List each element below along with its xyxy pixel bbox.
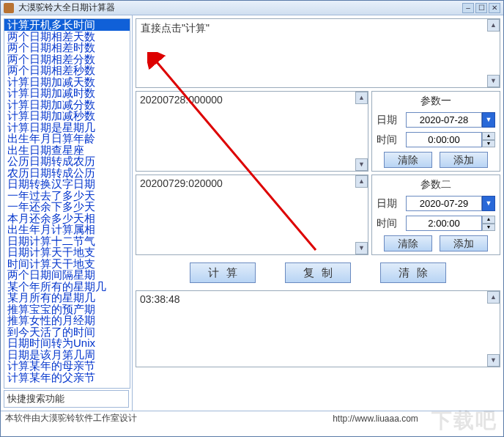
list-item[interactable]: 计算日期加减分数 [4, 99, 130, 111]
param1-clear-button[interactable]: 清除 [384, 152, 432, 168]
maximize-button[interactable]: ☐ [475, 3, 487, 13]
search-input[interactable]: 快捷搜索功能 [4, 390, 129, 408]
list-item[interactable]: 两个日期相差天数 [4, 31, 130, 43]
spin-down-icon[interactable]: ▼ [482, 140, 495, 148]
param2-clear-button[interactable]: 清除 [384, 235, 432, 251]
app-icon [4, 3, 14, 13]
copy-button[interactable]: 复制 [285, 262, 351, 283]
spin-up-icon[interactable]: ▲ [482, 132, 495, 140]
list-item[interactable]: 时间计算天干地支 [4, 258, 130, 270]
list-item[interactable]: 出生日期查星座 [4, 144, 130, 156]
scroll-down-icon[interactable]: ▼ [487, 354, 500, 367]
list-item[interactable]: 一年还余下多少天 [4, 201, 130, 213]
dropdown-icon[interactable]: ▼ [482, 196, 495, 211]
list-item[interactable]: 计算日期加减时数 [4, 87, 130, 99]
window-title: 大漠驼铃大全日期计算器 [18, 1, 462, 14]
status-credit: 本软件由大漠驼铃软件工作室设计 [5, 412, 252, 425]
list-item[interactable]: 日期计算天干地支 [4, 246, 130, 258]
list-item[interactable]: 计算某年的父亲节 [4, 372, 130, 383]
list-item[interactable]: 两个日期相差分数 [4, 54, 130, 65]
list-item[interactable]: 计算开机多长时间 [4, 19, 130, 31]
list-item[interactable]: 日期转换汉字日期 [4, 178, 130, 190]
minimize-button[interactable]: – [462, 3, 474, 13]
list-item[interactable]: 两个日期间隔星期 [4, 269, 130, 281]
list-item[interactable]: 一年过去了多少天 [4, 190, 130, 202]
list-item[interactable]: 计算日期加减天数 [4, 76, 130, 88]
param1-time-input[interactable]: 0:00:00 [406, 132, 482, 147]
param2-add-button[interactable]: 添加 [440, 235, 488, 251]
app-window: 大漠驼铃大全日期计算器 – ☐ ✕ 计算开机多长时间两个日期相差天数两个日期相差… [0, 0, 504, 437]
result-text: 03:38:48 [140, 293, 180, 305]
param2-time-label: 时间 [377, 217, 401, 230]
param1-time-label: 时间 [377, 133, 401, 147]
list-item[interactable]: 两个日期相差时数 [4, 42, 130, 54]
param1-title: 参数一 [420, 95, 451, 108]
titlebar: 大漠驼铃大全日期计算器 – ☐ ✕ [1, 1, 503, 15]
hint-box: 直接点击"计算" ▲ ▼ [136, 18, 500, 88]
status-url: http://www.liuaaa.com [252, 414, 499, 424]
list-item[interactable]: 推算女性的月经期 [4, 315, 130, 326]
input-area-1[interactable]: 20200728:000000 ▲ ▼ [136, 91, 368, 172]
param1-date-input[interactable]: 2020-07-28 [406, 112, 482, 128]
param-panel-1: 参数一 日期 2020-07-28 ▼ 时间 0:00:00 [371, 91, 500, 172]
scroll-down-icon[interactable]: ▼ [355, 158, 368, 171]
scroll-down-icon[interactable]: ▼ [487, 75, 500, 87]
param2-date-input[interactable]: 2020-07-29 [406, 196, 482, 211]
list-item[interactable]: 公历日期转成农历 [4, 155, 130, 167]
param2-date-label: 日期 [377, 197, 401, 210]
list-item[interactable]: 日期计算十二节气 [4, 235, 130, 247]
scroll-up-icon[interactable]: ▲ [487, 291, 500, 304]
param2-title: 参数二 [420, 178, 451, 191]
list-item[interactable]: 某月所有的星期几 [4, 292, 130, 304]
list-item[interactable]: 计算日期是星期几 [4, 122, 130, 133]
sidebar: 计算开机多长时间两个日期相差天数两个日期相差时数两个日期相差分数两个日期相差秒数… [1, 15, 133, 411]
scroll-up-icon[interactable]: ▲ [355, 175, 368, 188]
spin-up-icon[interactable]: ▲ [482, 216, 495, 224]
clear-button[interactable]: 清除 [380, 262, 446, 283]
hint-text: 直接点击"计算" [141, 22, 210, 34]
scroll-down-icon[interactable]: ▼ [355, 242, 368, 254]
statusbar: 本软件由大漠驼铃软件工作室设计 http://www.liuaaa.com [1, 411, 503, 425]
list-item[interactable]: 到今天活了的时间 [4, 326, 130, 338]
param1-date-label: 日期 [377, 114, 401, 127]
function-list[interactable]: 计算开机多长时间两个日期相差天数两个日期相差时数两个日期相差分数两个日期相差秒数… [4, 18, 130, 389]
param-panel-2: 参数二 日期 2020-07-29 ▼ 时间 2:00:00 [371, 175, 500, 255]
list-item[interactable]: 农历日期转成公历 [4, 167, 130, 179]
list-item[interactable]: 两个日期相差秒数 [4, 65, 130, 76]
list-item[interactable]: 出生年月计算属相 [4, 224, 130, 235]
close-button[interactable]: ✕ [489, 3, 500, 13]
list-item[interactable]: 出生年月日算年龄 [4, 133, 130, 144]
list-item[interactable]: 推算宝宝的预产期 [4, 304, 130, 315]
result-box[interactable]: 03:38:48 ▲ ▼ [136, 290, 500, 367]
list-item[interactable]: 计算日期加减秒数 [4, 110, 130, 122]
list-item[interactable]: 日期是该月第几周 [4, 349, 130, 361]
list-item[interactable]: 计算某年的母亲节 [4, 360, 130, 372]
input-area-2[interactable]: 20200729:020000 ▲ ▼ [136, 175, 368, 255]
scroll-up-icon[interactable]: ▲ [355, 92, 368, 104]
scroll-up-icon[interactable]: ▲ [487, 19, 500, 32]
list-item[interactable]: 本月还余多少天相 [4, 213, 130, 224]
dropdown-icon[interactable]: ▼ [482, 112, 495, 128]
param2-time-input[interactable]: 2:00:00 [406, 216, 482, 231]
calculate-button[interactable]: 计算 [190, 262, 256, 283]
spin-down-icon[interactable]: ▼ [482, 224, 495, 232]
list-item[interactable]: 日期时间转为Unix [4, 337, 130, 349]
list-item[interactable]: 某个年所有的星期几 [4, 281, 130, 293]
param1-add-button[interactable]: 添加 [440, 152, 488, 168]
